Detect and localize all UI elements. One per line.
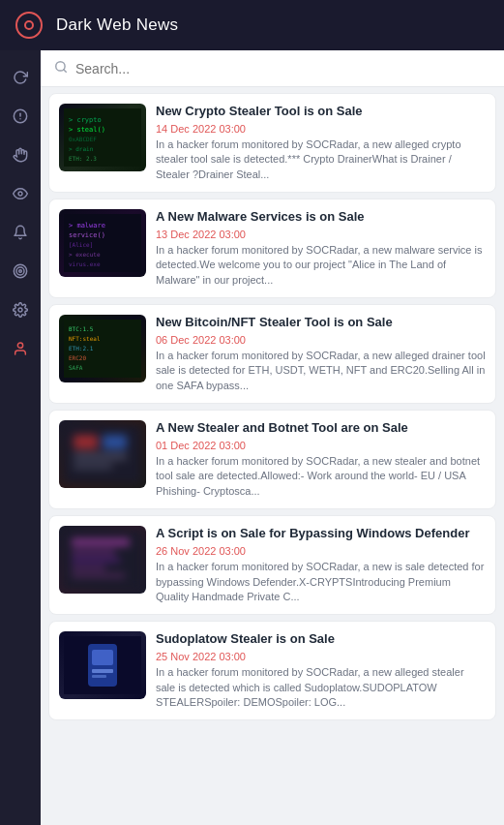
svg-text:[Alice]: [Alice] bbox=[69, 241, 93, 248]
news-body-3: New Bitcoin/NFT Stealer Tool is on Sale … bbox=[156, 315, 486, 393]
news-title-1: New Crypto Stealer Tool is on Sale bbox=[156, 104, 486, 120]
app-title: Dark Web News bbox=[56, 15, 178, 35]
news-date-1: 14 Dec 2022 03:00 bbox=[156, 123, 486, 135]
svg-rect-33 bbox=[74, 464, 112, 469]
news-thumb-6 bbox=[59, 631, 146, 699]
news-excerpt-1: In a hacker forum monitored by SOCRadar,… bbox=[156, 138, 486, 182]
news-excerpt-2: In a hacker forum monitored by SOCRadar,… bbox=[156, 243, 486, 288]
svg-text:> execute: > execute bbox=[69, 251, 101, 258]
svg-point-7 bbox=[18, 308, 22, 312]
news-date-4: 01 Dec 2022 03:00 bbox=[156, 440, 486, 451]
svg-text:ERC20: ERC20 bbox=[69, 354, 86, 361]
svg-text:SAFA: SAFA bbox=[69, 364, 83, 371]
app-header: Dark Web News bbox=[0, 0, 504, 50]
news-date-3: 06 Dec 2022 03:00 bbox=[156, 334, 486, 346]
svg-rect-42 bbox=[92, 650, 113, 665]
news-excerpt-3: In a hacker forum monitored by SOCRadar,… bbox=[156, 349, 486, 393]
news-thumb-2: > malware service() [Alice] > execute vi… bbox=[59, 209, 146, 277]
news-thumb-4 bbox=[59, 420, 146, 488]
news-body-2: A New Malware Services is on Sale 13 Dec… bbox=[156, 209, 486, 288]
svg-rect-37 bbox=[72, 558, 120, 563]
svg-rect-43 bbox=[92, 669, 113, 673]
content-area: > crypto > steal() 0xABCDEF > drain ETH:… bbox=[41, 50, 504, 825]
news-body-4: A New Stealer and Botnet Tool are on Sal… bbox=[156, 420, 486, 499]
news-title-3: New Bitcoin/NFT Stealer Tool is on Sale bbox=[156, 315, 486, 331]
svg-rect-30 bbox=[74, 435, 98, 449]
svg-text:> malware: > malware bbox=[69, 222, 105, 229]
svg-text:service(): service() bbox=[69, 231, 105, 239]
sidebar-item-hand[interactable] bbox=[3, 138, 38, 172]
news-card-3[interactable]: BTC:1.5 NFT:steal ETH:2.1 ERC20 SAFA New… bbox=[48, 304, 496, 404]
news-body-1: New Crypto Stealer Tool is on Sale 14 De… bbox=[156, 104, 486, 182]
news-excerpt-5: In a hacker forum monitored by SOCRadar,… bbox=[156, 560, 486, 604]
svg-text:ETH: 2.3: ETH: 2.3 bbox=[69, 155, 97, 162]
news-card-1[interactable]: > crypto > steal() 0xABCDEF > drain ETH:… bbox=[48, 93, 496, 193]
news-thumb-5 bbox=[59, 526, 146, 594]
news-excerpt-6: In a hacker forum monitored by SOCRadar,… bbox=[156, 665, 486, 710]
svg-point-6 bbox=[19, 270, 22, 273]
news-excerpt-4: In a hacker forum monitored by SOCRadar,… bbox=[156, 454, 486, 499]
news-title-6: Sudoplatow Stealer is on Sale bbox=[156, 631, 486, 648]
svg-rect-39 bbox=[72, 573, 125, 578]
svg-text:NFT:steal: NFT:steal bbox=[69, 335, 101, 342]
sidebar-item-user-secret[interactable] bbox=[3, 331, 38, 366]
news-date-2: 13 Dec 2022 03:00 bbox=[156, 229, 486, 240]
news-card-2[interactable]: > malware service() [Alice] > execute vi… bbox=[48, 199, 496, 298]
news-thumb-3: BTC:1.5 NFT:steal ETH:2.1 ERC20 SAFA bbox=[59, 315, 146, 382]
svg-text:> steal(): > steal() bbox=[69, 126, 105, 134]
svg-text:> crypto: > crypto bbox=[69, 116, 102, 124]
search-bar bbox=[41, 50, 504, 87]
news-date-6: 25 Nov 2022 03:00 bbox=[156, 651, 486, 662]
sidebar bbox=[0, 50, 41, 825]
svg-rect-38 bbox=[72, 565, 105, 570]
svg-point-5 bbox=[16, 267, 24, 275]
svg-line-10 bbox=[64, 70, 67, 73]
svg-rect-44 bbox=[92, 675, 106, 678]
news-title-2: A New Malware Services is on Sale bbox=[156, 209, 486, 226]
svg-rect-31 bbox=[103, 435, 127, 449]
svg-rect-32 bbox=[74, 454, 127, 459]
sidebar-item-monitor[interactable] bbox=[3, 176, 38, 211]
sidebar-item-notifications[interactable] bbox=[3, 215, 38, 250]
news-body-5: A Script is on Sale for Bypassing Window… bbox=[156, 526, 486, 604]
svg-text:virus.exe: virus.exe bbox=[69, 260, 101, 267]
svg-rect-35 bbox=[72, 538, 130, 546]
logo-inner-ring bbox=[24, 20, 34, 30]
sidebar-item-alerts[interactable] bbox=[3, 99, 38, 134]
news-card-4[interactable]: A New Stealer and Botnet Tool are on Sal… bbox=[48, 410, 496, 509]
svg-text:> drain: > drain bbox=[69, 145, 94, 152]
news-body-6: Sudoplatow Stealer is on Sale 25 Nov 202… bbox=[156, 631, 486, 710]
news-date-5: 26 Nov 2022 03:00 bbox=[156, 545, 486, 557]
news-card-6[interactable]: Sudoplatow Stealer is on Sale 25 Nov 202… bbox=[48, 621, 496, 720]
app-logo bbox=[15, 12, 43, 39]
sidebar-item-refresh[interactable] bbox=[3, 60, 38, 95]
svg-point-8 bbox=[17, 343, 22, 348]
news-title-5: A Script is on Sale for Bypassing Window… bbox=[156, 526, 486, 542]
sidebar-item-target[interactable] bbox=[3, 254, 38, 289]
svg-rect-36 bbox=[72, 550, 115, 555]
main-layout: > crypto > steal() 0xABCDEF > drain ETH:… bbox=[0, 50, 504, 825]
news-title-4: A New Stealer and Botnet Tool are on Sal… bbox=[156, 420, 486, 437]
news-thumb-1: > crypto > steal() 0xABCDEF > drain ETH:… bbox=[59, 104, 146, 171]
svg-text:ETH:2.1: ETH:2.1 bbox=[69, 345, 94, 351]
search-icon bbox=[54, 60, 68, 76]
svg-text:BTC:1.5: BTC:1.5 bbox=[69, 325, 94, 332]
svg-point-3 bbox=[18, 192, 22, 196]
sidebar-item-settings[interactable] bbox=[3, 292, 38, 327]
news-list: > crypto > steal() 0xABCDEF > drain ETH:… bbox=[41, 87, 504, 825]
news-card-5[interactable]: A Script is on Sale for Bypassing Window… bbox=[48, 515, 496, 615]
search-input[interactable] bbox=[75, 61, 490, 76]
svg-text:0xABCDEF: 0xABCDEF bbox=[69, 136, 97, 142]
